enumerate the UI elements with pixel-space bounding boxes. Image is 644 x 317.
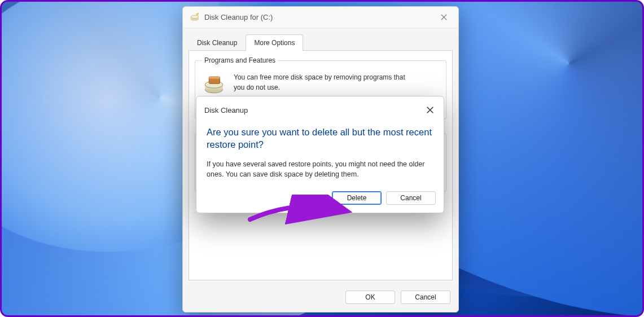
tab-label: Disk Cleanup [197,39,237,47]
confirm-dialog: Disk Cleanup Are you sure you want to de… [196,96,444,213]
close-icon [441,14,447,20]
dialog-cancel-button[interactable]: Cancel [386,191,436,205]
disk-cleanup-app-icon [190,12,200,23]
window-close-button[interactable] [431,7,456,28]
group-description: You can free more disk space by removing… [234,72,414,93]
window-footer: OK Cancel [183,285,458,312]
close-icon [427,107,433,113]
cancel-button[interactable]: Cancel [401,290,450,304]
dialog-close-button[interactable] [421,102,439,118]
dialog-header[interactable]: Disk Cleanup [196,96,444,121]
tab-more-options[interactable]: More Options [246,34,303,51]
button-label: Cancel [400,194,421,202]
group-legend: Programs and Features [202,56,278,64]
delete-button[interactable]: Delete [332,191,382,205]
dialog-body: Are you sure you want to delete all but … [196,121,444,183]
button-label: Delete [347,194,367,202]
desktop-viewport: Disk Cleanup for (C:) Disk Cleanup More … [0,0,644,317]
programs-icon [202,73,226,96]
window-title: Disk Cleanup for (C:) [204,13,431,21]
button-label: Cancel [415,293,436,301]
dialog-main-instruction: Are you sure you want to delete all but … [207,126,433,151]
tab-disk-cleanup[interactable]: Disk Cleanup [189,34,246,51]
button-label: OK [365,293,375,301]
dialog-title: Disk Cleanup [204,106,248,115]
ok-button[interactable]: OK [345,290,395,304]
dialog-sub-text: If you have several saved restore points… [207,159,433,180]
dialog-footer: Delete Cancel [196,183,444,213]
svg-point-2 [191,15,199,19]
svg-point-3 [196,13,198,15]
window-titlebar[interactable]: Disk Cleanup for (C:) [183,7,458,28]
tab-strip: Disk Cleanup More Options [183,28,458,50]
svg-rect-8 [209,77,220,79]
tab-label: More Options [254,39,295,47]
